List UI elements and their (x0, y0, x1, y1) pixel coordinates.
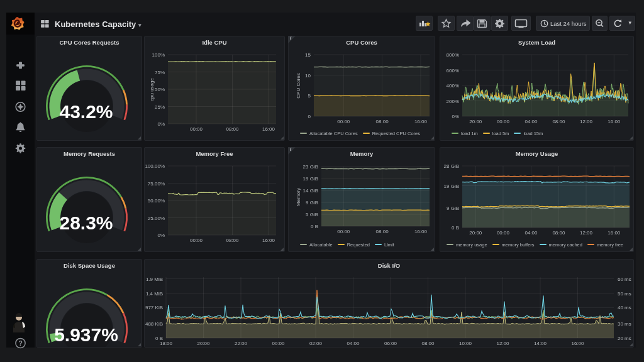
svg-text:?: ? (18, 339, 23, 347)
